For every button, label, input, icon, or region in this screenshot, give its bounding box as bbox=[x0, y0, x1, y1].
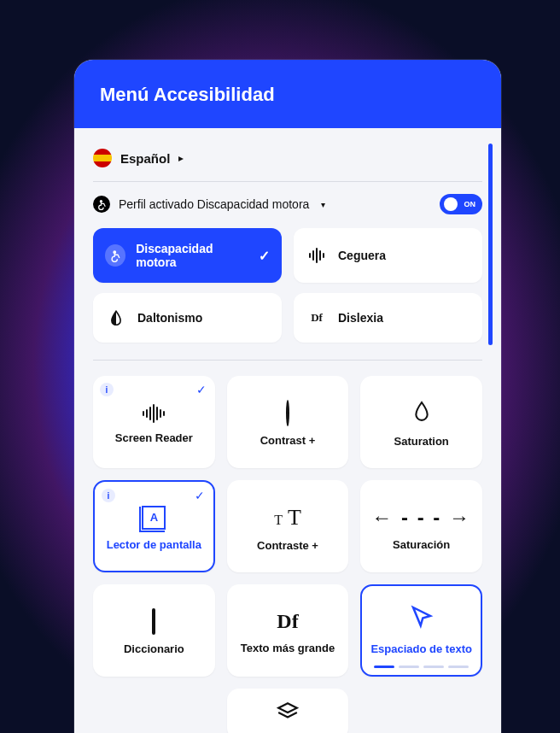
chevron-right-icon: ▸ bbox=[178, 152, 184, 164]
tool-screen-reader-es[interactable]: i ✓ A Lector de pantalla bbox=[93, 480, 215, 572]
tool-label: Lector de pantalla bbox=[107, 538, 201, 551]
tool-label: Screen Reader bbox=[115, 431, 193, 444]
tool-label: Saturación bbox=[393, 538, 450, 551]
profile-toggle[interactable]: ON bbox=[440, 194, 482, 214]
active-profile-dropdown[interactable]: Perfil activado Discapacidad motora ▾ bbox=[93, 196, 325, 213]
tool-label: Saturation bbox=[394, 435, 449, 448]
tool-label: Contraste + bbox=[257, 539, 318, 552]
panel-title: Menú Accesibilidad bbox=[100, 84, 275, 105]
panel-content: Español ▸ Perfil activado Discapacidad m… bbox=[74, 128, 501, 733]
tool-label: Contrast + bbox=[260, 434, 316, 447]
profile-dyslexia[interactable]: Df Dislexia bbox=[294, 293, 482, 343]
scrollbar[interactable] bbox=[488, 144, 493, 345]
svg-point-0 bbox=[100, 200, 102, 202]
profile-motor[interactable]: Discapacidad motora ✓ bbox=[93, 228, 282, 283]
profile-label: Discapacidad motora bbox=[136, 242, 248, 269]
df-icon: Df bbox=[306, 307, 328, 329]
accessibility-panel: Menú Accesibilidad Español ▸ Perfil acti… bbox=[74, 60, 501, 733]
tool-label: Texto más grande bbox=[241, 642, 335, 654]
text-size-icon: T T bbox=[274, 505, 301, 531]
tool-label: Diccionario bbox=[124, 642, 184, 655]
tool-saturation-en[interactable]: Saturation bbox=[360, 376, 482, 468]
profile-daltonism[interactable]: Daltonismo bbox=[93, 293, 282, 343]
profile-blind[interactable]: Ceguera bbox=[294, 228, 482, 283]
tools-grid: i ✓ Screen Reader Contrast + Saturation … bbox=[93, 376, 482, 733]
check-icon: ✓ bbox=[259, 248, 270, 264]
df-icon: Df bbox=[277, 610, 298, 633]
profile-label: Daltonismo bbox=[137, 311, 202, 325]
profile-label: Dislexia bbox=[338, 311, 383, 325]
check-icon: ✓ bbox=[196, 383, 207, 396]
soundwave-icon bbox=[143, 404, 165, 423]
active-profile-label: Perfil activado Discapacidad motora bbox=[119, 197, 309, 211]
toggle-label: ON bbox=[464, 200, 476, 208]
tool-extra[interactable] bbox=[227, 689, 349, 733]
soundwave-icon bbox=[306, 244, 328, 267]
drop-icon bbox=[105, 307, 127, 329]
tool-label: Espaciado de texto bbox=[370, 642, 471, 655]
accessibility-icon bbox=[93, 196, 110, 213]
chevron-down-icon: ▾ bbox=[321, 200, 325, 209]
tool-text-spacing[interactable]: Espaciado de texto bbox=[360, 584, 482, 677]
language-selector[interactable]: Español ▸ bbox=[93, 144, 482, 181]
tool-contrast-es[interactable]: T T Contraste + bbox=[227, 480, 349, 572]
info-icon[interactable]: i bbox=[100, 383, 114, 396]
cursor-icon bbox=[409, 603, 435, 634]
spacing-icon: ← - - - → bbox=[371, 506, 471, 530]
check-icon: ✓ bbox=[195, 489, 205, 502]
info-icon[interactable]: i bbox=[102, 489, 115, 502]
profile-grid: Discapacidad motora ✓ Ceguera Daltonismo… bbox=[93, 228, 482, 343]
progress-indicator bbox=[374, 666, 469, 668]
tool-dictionary[interactable]: Diccionario bbox=[93, 584, 215, 677]
profile-label: Ceguera bbox=[338, 249, 386, 262]
divider bbox=[93, 181, 482, 182]
book-icon: A bbox=[142, 506, 166, 530]
svg-point-1 bbox=[114, 250, 116, 253]
tool-screen-reader-en[interactable]: i ✓ Screen Reader bbox=[93, 376, 215, 468]
active-profile-row: Perfil activado Discapacidad motora ▾ ON bbox=[93, 194, 482, 228]
wheelchair-icon bbox=[105, 244, 125, 267]
drop-icon bbox=[413, 401, 430, 426]
panel-header: Menú Accesibilidad bbox=[74, 60, 501, 128]
contrast-icon bbox=[286, 402, 289, 425]
language-label: Español bbox=[120, 151, 170, 166]
layers-icon bbox=[277, 701, 299, 728]
divider bbox=[93, 360, 482, 361]
link-icon bbox=[152, 610, 155, 634]
tool-bigger-text[interactable]: Df Texto más grande bbox=[227, 584, 349, 677]
tool-saturation-es[interactable]: ← - - - → Saturación bbox=[360, 480, 482, 572]
spain-flag-icon bbox=[93, 149, 112, 167]
tool-contrast-en[interactable]: Contrast + bbox=[227, 376, 349, 468]
